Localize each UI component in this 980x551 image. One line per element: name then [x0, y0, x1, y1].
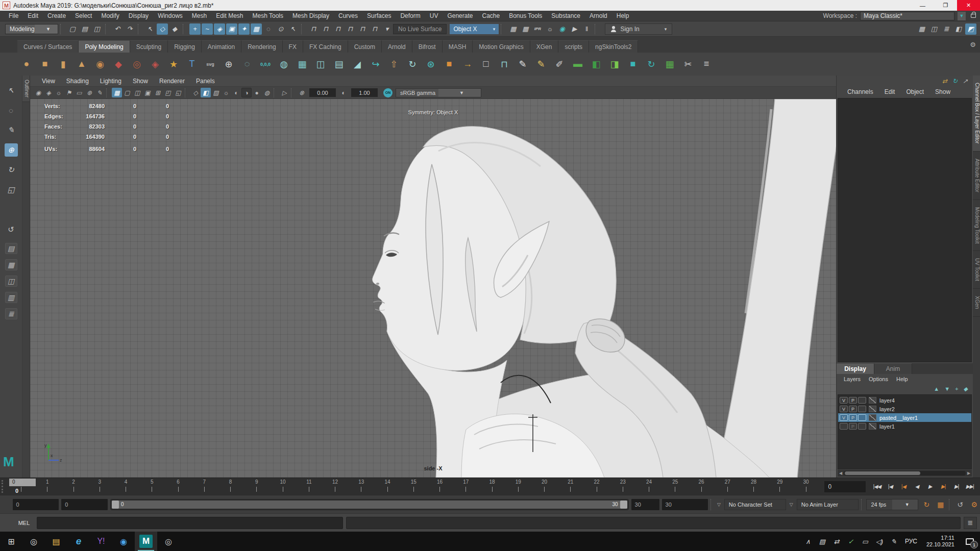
poly-diamond-icon[interactable]: ◆	[109, 55, 128, 73]
animation-end-field[interactable]: 30	[662, 499, 708, 510]
script-editor-icon[interactable]: ≣	[964, 517, 977, 529]
frame-cell[interactable]: 27	[715, 478, 741, 495]
frame-cell[interactable]: 26	[688, 478, 714, 495]
layer-color-swatch[interactable]	[869, 423, 876, 430]
volume-icon[interactable]: ◁)	[872, 532, 887, 551]
panel-menu-item[interactable]: Show	[127, 78, 154, 85]
tablet-pen-icon[interactable]: ▨	[815, 532, 829, 551]
menu-item[interactable]: Bonus Tools	[504, 12, 547, 19]
workspace-select[interactable]: Maya Classic*	[860, 12, 954, 20]
status-icon[interactable]	[595, 24, 599, 34]
exposure-field[interactable]: 0.00	[309, 88, 336, 97]
default-material-icon[interactable]: ●	[252, 88, 262, 97]
network-icon[interactable]: ▭	[858, 532, 872, 551]
poly-sphere-icon[interactable]: ●	[17, 55, 36, 73]
frame-cell[interactable]: 19	[505, 478, 531, 495]
input-connections-icon[interactable]: ↻	[952, 78, 958, 85]
frame-cell[interactable]: 28	[741, 478, 767, 495]
frame-cell[interactable]: 1	[34, 478, 60, 495]
layer-color-swatch[interactable]	[869, 397, 876, 404]
status-icon[interactable]	[301, 24, 305, 34]
layer-menu-item[interactable]: Layers	[840, 376, 865, 382]
menu-item[interactable]: Help	[612, 12, 634, 19]
menu-item[interactable]: Mesh	[187, 12, 211, 19]
menu-item[interactable]: Mesh Tools	[248, 12, 288, 19]
sidebar-vertical-tab[interactable]: UV Toolkit	[973, 251, 980, 289]
shelf-tab[interactable]: Custom	[348, 40, 382, 53]
frame-cell[interactable]: 14	[374, 478, 400, 495]
status-icon[interactable]	[183, 24, 187, 34]
animation-preferences-icon[interactable]: ⚙	[968, 499, 980, 510]
undo-icon[interactable]: ↶	[112, 23, 123, 35]
menu-item[interactable]: Select	[70, 12, 96, 19]
mel-input[interactable]	[37, 517, 343, 529]
pause-viewport-icon[interactable]: ‖	[581, 23, 592, 35]
shelf-tab[interactable]: Curves / Surfaces	[17, 40, 79, 53]
svg-tool-icon[interactable]: svg	[201, 55, 219, 73]
shelf-tab[interactable]: FX Caching	[303, 40, 348, 53]
frame-cell[interactable]: 15	[401, 478, 427, 495]
panel-toolbar-icon[interactable]	[274, 88, 278, 97]
contrast-field[interactable]: 1.00	[351, 88, 378, 97]
render-current-frame-icon[interactable]: ▦	[520, 23, 531, 35]
menu-item[interactable]: Windows	[153, 12, 187, 19]
frame-cell[interactable]: 18	[479, 478, 505, 495]
frame-cell[interactable]: 17	[453, 478, 479, 495]
notification-center[interactable]: 1	[960, 532, 980, 551]
layer-playback-toggle[interactable]: P	[849, 414, 857, 421]
safe-action-icon[interactable]: ◰	[163, 88, 173, 97]
last-tool-button[interactable]: ↺	[5, 223, 18, 236]
scroll-right-arrow[interactable]: ▶	[966, 471, 972, 475]
frame-cell[interactable]: 21	[557, 478, 583, 495]
redo-icon[interactable]: ↷	[124, 23, 135, 35]
mel-toggle[interactable]: MEL	[14, 520, 34, 526]
lock-selection-icon[interactable]: ⊙	[275, 23, 286, 35]
grease-pencil-icon[interactable]: ✎	[94, 88, 105, 97]
wedge-icon[interactable]: ◢	[348, 55, 366, 73]
sign-in-button[interactable]: Sign In ▾	[605, 23, 672, 35]
globe-icon[interactable]: ⊛	[422, 55, 440, 73]
frame-cell[interactable]: 3	[87, 478, 113, 495]
menu-item[interactable]: Create	[43, 12, 70, 19]
layer-display-toggle[interactable]	[858, 414, 866, 421]
layer-display-toggle[interactable]	[858, 423, 866, 430]
workspace-lock-icon[interactable]	[971, 14, 976, 18]
go-to-start-button[interactable]: |◀◀	[871, 482, 883, 492]
frame-cell[interactable]: 9	[243, 478, 270, 495]
playblast-icon[interactable]: ▦	[935, 499, 947, 510]
xray-icon[interactable]: ◍	[262, 88, 272, 97]
symmetry-select[interactable]: Object X ▾	[450, 24, 499, 34]
menu-item[interactable]: Edit Mesh	[211, 12, 248, 19]
pasted__layer1[interactable]: V P pasted__layer1	[838, 413, 971, 422]
menu-item[interactable]: Curves	[334, 12, 362, 19]
layer-menu-item[interactable]: Options	[865, 376, 892, 382]
snap-view-plane-icon[interactable]: ⊓	[357, 23, 368, 35]
grid-toggle-icon[interactable]: ▦	[112, 88, 122, 97]
select-tool[interactable]: ↖	[5, 84, 18, 97]
step-back-key-button[interactable]: |◀	[897, 482, 910, 492]
go-to-end-button[interactable]: ▶▶|	[964, 482, 976, 492]
status-icon[interactable]	[60, 24, 64, 34]
menu-item[interactable]: Display	[124, 12, 153, 19]
search-button[interactable]: ◎	[22, 532, 45, 551]
hidden-icons-chevron[interactable]: ∧	[801, 532, 815, 551]
frame-cell[interactable]: 24	[636, 478, 662, 495]
shadows-icon[interactable]: ◐	[231, 88, 241, 97]
mask-curves-icon[interactable]: ◈	[214, 23, 225, 35]
pencil-tool-icon[interactable]: ✎	[513, 55, 532, 73]
maya-icon[interactable]: M	[135, 532, 157, 551]
explorer-icon[interactable]: ▤	[45, 532, 67, 551]
toggle-outliner-icon[interactable]: ≣	[941, 23, 952, 35]
shelf-tab[interactable]: Rendering	[241, 40, 282, 53]
channel-menu-item[interactable]: Show	[929, 88, 956, 95]
subdiv-display-icon[interactable]: ▦	[293, 55, 311, 73]
paint-select-tool[interactable]: ✎	[5, 123, 18, 137]
channel-menu-item[interactable]: Channels	[842, 88, 879, 95]
gate-mask-icon[interactable]: ▣	[142, 88, 153, 97]
shelf-tab[interactable]: scripts	[558, 40, 589, 53]
menu-item[interactable]: Surfaces	[362, 12, 396, 19]
play-forwards-button[interactable]: ▶	[924, 482, 936, 492]
layer-color-swatch[interactable]	[869, 414, 876, 421]
menu-set-select[interactable]: Modeling ▼	[5, 24, 58, 34]
snap-menu-arrow[interactable]: ▾	[381, 23, 393, 35]
